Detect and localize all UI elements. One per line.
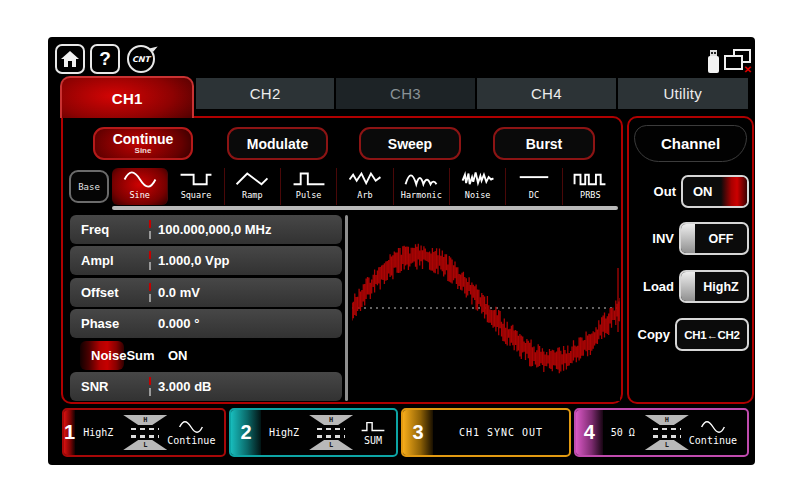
lan-disconnected-icon: ✕ xyxy=(724,49,752,75)
tab-ch2[interactable]: CH2 xyxy=(196,78,333,109)
mode-button-continue[interactable]: ContinueSine xyxy=(93,127,193,160)
output-segment-4[interactable]: 450 ΩHLContinue xyxy=(574,408,749,457)
mode-label: Continue xyxy=(113,132,174,146)
segment-impedance: HighZ xyxy=(83,427,113,438)
parameter-scrollbar[interactable] xyxy=(345,215,348,401)
wave-button-pulse[interactable]: Pulse xyxy=(281,168,337,205)
channel-title-text: Channel xyxy=(661,135,720,152)
mode-label: Modulate xyxy=(247,137,308,151)
disconnect-x: ✕ xyxy=(744,64,752,75)
usb-pin xyxy=(714,52,716,54)
tab-utility[interactable]: Utility xyxy=(618,78,748,109)
wave-selector-underline xyxy=(112,206,618,210)
param-label: Offset xyxy=(81,278,119,307)
channel-row-label: INV xyxy=(652,231,674,246)
arb-icon xyxy=(348,170,382,189)
param-value: 0.000 ° xyxy=(158,309,199,338)
wave-button-square[interactable]: Square xyxy=(168,168,224,205)
param-value: 100.000,000,0 MHz xyxy=(158,215,271,244)
noise-glyph-path xyxy=(462,172,493,184)
segment-text: CH1 SYNC OUT xyxy=(433,427,569,438)
level-dashes xyxy=(131,435,159,438)
segment-mode-label: Continue xyxy=(689,435,737,446)
high-level-marker: H xyxy=(123,415,167,425)
copy-channel-button[interactable]: CH1←CH2 xyxy=(675,318,749,351)
segment-wave-mode: SUM xyxy=(360,420,386,446)
divider-red xyxy=(149,251,151,259)
output-on-stripe xyxy=(721,177,747,206)
channel-row-copy: CopyCH1←CH2 xyxy=(633,318,749,351)
tab-ch1[interactable]: CH1 xyxy=(60,76,194,118)
divider-red xyxy=(149,377,151,385)
channel-row-inv: INVOFF xyxy=(633,222,749,255)
mode-button-modulate[interactable]: Modulate xyxy=(227,127,328,160)
channel-row-load: LoadHighZ xyxy=(633,270,749,303)
wave-button-sine[interactable]: Sine xyxy=(112,168,168,205)
inv-toggle-button[interactable]: OFF xyxy=(679,222,749,255)
param-divider xyxy=(149,283,151,302)
counter-icon[interactable]: CNT xyxy=(125,43,157,75)
segment-number: 4 xyxy=(576,410,603,455)
param-divider xyxy=(149,220,151,239)
scope-plot xyxy=(352,215,620,401)
sine-glyph-path xyxy=(702,421,725,432)
home-icon[interactable] xyxy=(55,44,85,74)
wave-button-prbs[interactable]: PRBS xyxy=(563,168,618,205)
segment-impedance: 50 Ω xyxy=(611,427,635,438)
tab-ch4[interactable]: CH4 xyxy=(477,78,615,109)
pulse-glyph-path xyxy=(362,422,385,430)
harmonic-glyph-path xyxy=(406,175,437,184)
wave-label: Sine xyxy=(129,190,149,200)
mode-button-burst[interactable]: Burst xyxy=(493,127,595,160)
wave-button-dc[interactable]: DC xyxy=(506,168,562,205)
param-row-ampl[interactable]: Ampl1.000,0 Vpp xyxy=(70,246,342,275)
prbs-glyph-path xyxy=(575,175,606,185)
usb-body xyxy=(708,56,719,73)
pulse-icon xyxy=(360,420,386,434)
level-dashes xyxy=(317,428,345,431)
wave-label: Square xyxy=(181,190,212,200)
channel-panel-title: Channel xyxy=(634,125,747,162)
wave-button-arb[interactable]: Arb xyxy=(337,168,393,205)
ramp-icon xyxy=(235,170,269,189)
high-low-indicator: HL xyxy=(309,415,353,450)
square-icon xyxy=(179,170,213,189)
divider-gray xyxy=(149,231,151,239)
mode-label: Sweep xyxy=(388,137,432,151)
output-segment-3[interactable]: 3CH1 SYNC OUT xyxy=(401,408,571,457)
sine-icon xyxy=(178,420,204,434)
channel-row-out: OutON xyxy=(633,175,749,208)
segment-number: 2 xyxy=(231,410,261,455)
usb-icon xyxy=(707,50,720,74)
wave-label: Noise xyxy=(465,190,491,200)
divider-red xyxy=(149,283,151,291)
wave-button-ramp[interactable]: Ramp xyxy=(225,168,281,205)
base-label: Base xyxy=(78,182,100,192)
segment-wave-mode: Continue xyxy=(167,420,215,446)
wave-label: Harmonic xyxy=(401,190,442,200)
output-toggle-button[interactable]: ON xyxy=(681,175,749,208)
channel-row-label: Copy xyxy=(638,327,671,342)
param-row-offset[interactable]: Offset0.0 mV xyxy=(70,278,342,307)
help-icon[interactable]: ? xyxy=(90,44,120,74)
load-toggle-button[interactable]: HighZ xyxy=(679,270,749,303)
waveform-selector: SineSquareRampPulseArbHarmonicNoiseDCPRB… xyxy=(112,168,618,205)
output-segment-2[interactable]: 2HighZHLSUM xyxy=(229,408,398,457)
param-row-phase[interactable]: Phase0.000 ° xyxy=(70,309,342,338)
level-dashes xyxy=(317,435,345,438)
base-wave-button[interactable]: Base xyxy=(69,170,109,203)
sine-icon xyxy=(123,170,157,189)
output-segment-1[interactable]: 1HighZHLContinue xyxy=(62,408,226,457)
wave-label: PRBS xyxy=(580,190,600,200)
param-row-freq[interactable]: Freq100.000,000,0 MHz xyxy=(70,215,342,244)
param-row-snr[interactable]: SNR3.000 dB xyxy=(70,372,342,401)
mode-button-sweep[interactable]: Sweep xyxy=(359,127,461,160)
param-row-noisesum[interactable]: NoiseSumON xyxy=(80,341,124,370)
toggle-handle xyxy=(681,224,695,253)
tab-ch3[interactable]: CH3 xyxy=(336,78,475,109)
segment-impedance: HighZ xyxy=(269,427,299,438)
mode-label: Burst xyxy=(526,137,563,151)
wave-button-noise[interactable]: Noise xyxy=(450,168,506,205)
wave-button-harmonic[interactable]: Harmonic xyxy=(394,168,450,205)
arb-glyph-path xyxy=(350,174,381,184)
